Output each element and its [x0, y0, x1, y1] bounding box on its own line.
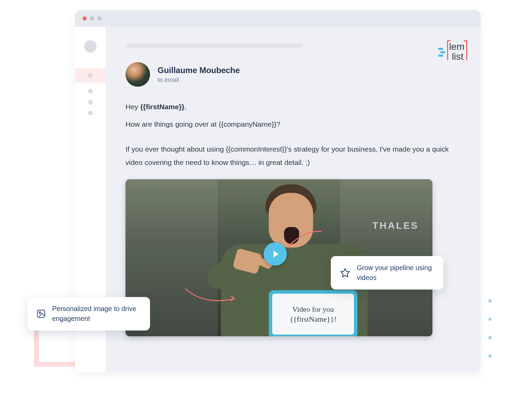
star-icon	[340, 266, 351, 280]
callout-grow-pipeline: Grow your pipeline using videos	[331, 256, 443, 290]
greeting-suffix: ,	[184, 103, 187, 111]
greeting-prefix: Hey	[125, 103, 140, 111]
board-line1: Video for you	[292, 304, 334, 314]
sidebar-avatar[interactable]	[84, 40, 97, 53]
sender-row: Guillaume Moubeche to email	[125, 62, 461, 87]
sidebar-item[interactable]	[88, 89, 93, 94]
maximize-dot-icon	[98, 16, 102, 20]
logo-line1: lem	[449, 42, 464, 52]
svg-rect-0	[38, 310, 45, 318]
board-line2: {{firstName}}!	[290, 314, 337, 324]
minimize-dot-icon	[90, 16, 94, 20]
callout-left-text: Personalized image to drive engagement	[52, 304, 141, 324]
line2-prefix: If you ever thought about using	[125, 145, 226, 153]
svg-point-1	[39, 312, 41, 313]
logo-line2: list	[452, 52, 464, 61]
sidebar-item-active[interactable]	[75, 68, 106, 83]
arrow-to-board-icon	[183, 285, 238, 309]
arrow-to-play-icon	[286, 230, 323, 250]
sidebar-item[interactable]	[88, 100, 93, 104]
greeting-variable: {{firstName}}	[140, 103, 184, 111]
brand-logo: lem list	[438, 42, 464, 62]
subject-placeholder	[125, 43, 303, 48]
window-titlebar	[75, 10, 481, 27]
email-body: Hey {{firstName}}, How are things going …	[125, 100, 461, 169]
line2-variable: {{commonInterest}}	[226, 145, 287, 153]
image-icon	[36, 307, 46, 321]
play-button-icon[interactable]	[264, 242, 287, 266]
email-preview: lem list Guillaume Moubeche to email Hey…	[106, 27, 481, 372]
sidebar-item[interactable]	[88, 111, 93, 115]
callout-personalized-image: Personalized image to drive engagement	[27, 297, 150, 330]
sender-name: Guillaume Moubeche	[158, 66, 240, 75]
line1-variable: {{companyName}}	[219, 120, 276, 128]
sender-to: to email	[158, 76, 240, 84]
line1-prefix: How are things going over at	[125, 120, 219, 128]
close-dot-icon[interactable]	[83, 16, 87, 20]
sender-avatar[interactable]	[125, 62, 150, 87]
line1-suffix: ?	[276, 120, 280, 128]
whiteboard: Video for you {{firstName}}!	[269, 290, 357, 336]
callout-right-text: Grow your pipeline using videos	[357, 263, 434, 283]
